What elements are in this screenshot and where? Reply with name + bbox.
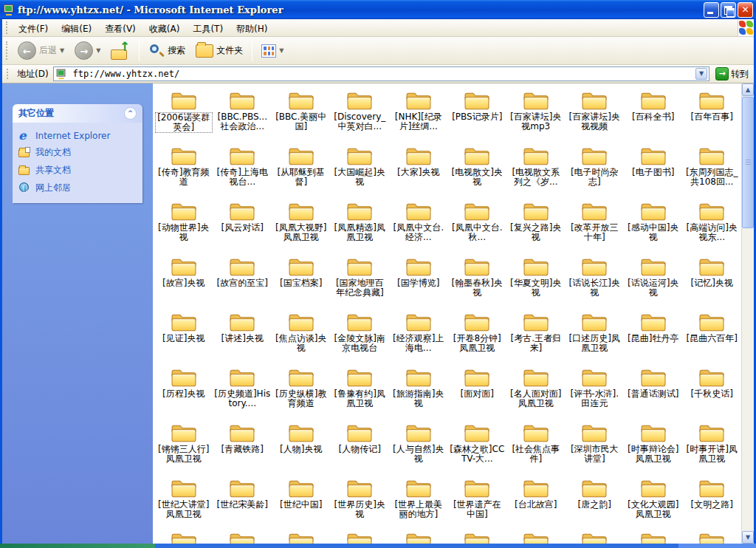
close-button[interactable]: ✕ (738, 2, 753, 18)
folder-item[interactable]: [世界遗产在中国] (448, 474, 507, 530)
folder-item[interactable]: [普通话测试] (624, 363, 683, 419)
folder-item[interactable]: [Discovery_中英对白... (331, 86, 390, 142)
folder-item[interactable]: [大国崛起]央视 (331, 142, 390, 197)
folder-item[interactable]: [口述历史]凤凰卫视 (566, 308, 625, 363)
scrollbar-thumb[interactable] (742, 97, 754, 228)
folder-item[interactable]: [话说长江]央视 (566, 253, 625, 308)
other-places-header[interactable]: 其它位置 ^ (13, 104, 142, 123)
folder-item[interactable]: [电视散文]央视 (448, 142, 507, 197)
folder-item[interactable]: [经济观察]上海电... (389, 308, 448, 363)
folder-item[interactable]: [名人面对面]凤凰卫视 (506, 363, 566, 419)
folder-item[interactable]: [世界上最美丽的地方] (389, 474, 448, 530)
folder-item[interactable]: [华夏文明]央视 (506, 253, 566, 308)
folder-item[interactable] (624, 527, 683, 544)
folder-item[interactable]: [BBC.美丽中国] (272, 86, 331, 142)
folder-item[interactable]: [NHK][纪录片]丝绸... (389, 86, 448, 142)
folder-item[interactable]: [2006诺奖群英会] (154, 86, 213, 142)
address-url[interactable]: ftp://www.yhtzx.net/ (73, 69, 693, 79)
folder-item[interactable]: [记忆]央视 (683, 253, 742, 308)
folder-item[interactable]: [历史频道]History.... (213, 363, 272, 419)
folder-item[interactable]: [凤凰中文台.经济... (389, 197, 448, 253)
vertical-scrollbar[interactable]: ▲ ▼ (741, 83, 754, 544)
folder-item[interactable]: [开卷8分钟]凤凰卫视 (448, 308, 507, 363)
folder-item[interactable]: [东周列国志_共108回... (683, 142, 742, 197)
folder-item[interactable]: [时事辩论会]凤凰卫视 (624, 419, 683, 474)
folder-item[interactable]: [话说运河]央视 (624, 253, 683, 308)
folder-item[interactable]: [昆曲]牡丹亭 (624, 308, 683, 363)
address-dropdown-button[interactable]: ▼ (695, 68, 707, 80)
forward-button[interactable]: → ▼ (70, 39, 105, 62)
menu-item-1[interactable]: 编辑(E) (55, 21, 98, 36)
folder-item[interactable]: [时事开讲]凤凰卫视 (683, 419, 742, 474)
folder-item[interactable]: [评书-水浒].田连元 (566, 363, 625, 419)
toolbar-grip[interactable] (6, 41, 10, 61)
menu-item-2[interactable]: 查看(V) (98, 21, 142, 36)
views-button[interactable]: ▼ (257, 42, 288, 60)
folder-item[interactable]: [大家]央视 (389, 142, 448, 197)
folder-item[interactable]: [世纪宋美龄] (213, 474, 272, 530)
menu-item-3[interactable]: 收藏(A) (142, 21, 187, 36)
folder-item[interactable]: [从耶稣到基督] (272, 142, 331, 197)
minimize-button[interactable] (704, 2, 719, 18)
folder-item[interactable]: [锵锵三人行]凤凰卫视 (154, 419, 213, 474)
address-input[interactable]: ftp://www.yhtzx.net/ ▼ (53, 66, 709, 81)
toolbar-grip[interactable] (7, 69, 10, 79)
folder-item[interactable]: [历程]央视 (154, 363, 213, 419)
menu-item-0[interactable]: 文件(F) (12, 21, 55, 36)
toolbar-grip[interactable] (6, 21, 10, 33)
folder-item[interactable]: [凤凰大视野]凤凰卫视 (272, 197, 331, 253)
folder-item[interactable]: [故宫的至宝] (213, 253, 272, 308)
folder-item[interactable]: [社会焦点事件] (506, 419, 566, 474)
folder-item[interactable] (566, 527, 625, 544)
folder-item[interactable]: [电子时尚杂志] (566, 142, 625, 197)
go-button[interactable]: → 转到 (712, 66, 752, 81)
folder-item[interactable]: [国宝档案] (272, 253, 331, 308)
scroll-up-icon[interactable]: ▲ (742, 83, 754, 96)
folder-item[interactable]: [改革开放三十年] (566, 197, 625, 253)
search-button[interactable]: 搜索 (144, 41, 190, 61)
folder-item[interactable]: [风云对话] (213, 197, 272, 253)
folder-item[interactable]: [讲述]央视 (213, 308, 272, 363)
sidebar-item-my-documents[interactable]: 我的文档 (18, 146, 137, 159)
folder-item[interactable]: [唐之韵] (566, 474, 625, 530)
folder-item[interactable]: [考古.王者归来] (506, 308, 566, 363)
folder-item[interactable]: [百年百事] (683, 86, 742, 142)
folder-item[interactable]: [人物传记] (331, 419, 390, 474)
folder-item[interactable]: [BBC.PBS...社会政治... (213, 86, 272, 142)
folder-item[interactable]: [千秋史话] (683, 363, 742, 419)
folder-item[interactable]: [故宫]央视 (154, 253, 213, 308)
scroll-down-icon[interactable]: ▼ (742, 531, 754, 544)
folder-item[interactable]: [焦点访谈]央视 (272, 308, 331, 363)
folder-item[interactable] (506, 527, 566, 544)
folder-item[interactable] (154, 527, 213, 544)
folder-item[interactable]: [PBS记录片] (448, 86, 507, 142)
collapse-chevron-icon[interactable]: ^ (124, 107, 137, 120)
folder-item[interactable]: [人物]央视 (272, 419, 331, 474)
restore-button[interactable] (721, 2, 736, 18)
folder-item[interactable] (683, 527, 742, 544)
folder-item[interactable]: [复兴之路]央视 (506, 197, 566, 253)
folder-item[interactable]: [森林之歌]CCTV-大... (448, 419, 507, 474)
folder-item[interactable]: [电子图书] (624, 142, 683, 197)
folder-item[interactable]: [历史纵横]教育频道 (272, 363, 331, 419)
folder-item[interactable] (331, 527, 390, 544)
folder-item[interactable]: [世纪大讲堂]凤凰卫视 (154, 474, 213, 530)
folder-item[interactable] (389, 527, 448, 544)
folder-item[interactable]: [人与自然]央视 (389, 419, 448, 474)
folder-item[interactable]: [高端访问]央视东... (683, 197, 742, 253)
folder-item[interactable]: [文化大观园]凤凰卫视 (624, 474, 683, 530)
folder-item[interactable]: [见证]央视 (154, 308, 213, 363)
folder-item[interactable]: [电视散文系列之《岁... (506, 142, 566, 197)
folder-item[interactable]: [台北故宫] (506, 474, 566, 530)
folder-item[interactable]: [传奇]上海电视台... (213, 142, 272, 197)
folder-item[interactable]: [百家讲坛]央视视频 (566, 86, 625, 142)
back-button[interactable]: ← 后退 ▼ (13, 39, 69, 62)
folder-item[interactable]: [动物世界]央视 (154, 197, 213, 253)
sidebar-item-network-places[interactable]: 网上邻居 (18, 182, 137, 194)
folder-item[interactable]: [翰墨春秋]央视 (448, 253, 507, 308)
folder-item[interactable]: [百科全书] (624, 86, 683, 142)
folder-item[interactable]: [传奇]教育频道 (154, 142, 213, 197)
folder-item[interactable]: [国家地理百年纪念典藏] (331, 253, 390, 308)
folder-item[interactable]: [世界历史]央视 (331, 474, 390, 530)
folder-item[interactable] (448, 527, 507, 544)
